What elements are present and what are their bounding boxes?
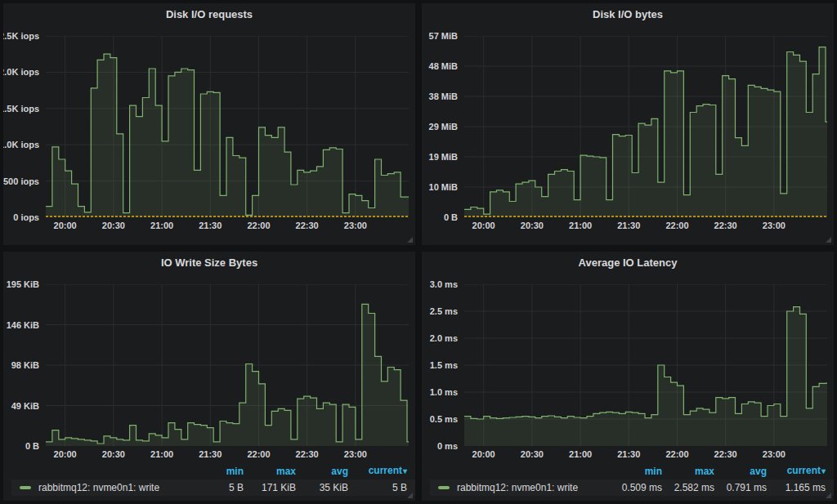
x-tick-label: 23:00 xyxy=(763,449,786,459)
y-tick-label: 98 KiB xyxy=(11,360,39,370)
resize-handle-icon[interactable] xyxy=(826,237,831,243)
x-tick-label: 22:00 xyxy=(665,221,688,230)
panel-title[interactable]: Disk I/O requests xyxy=(3,3,415,25)
chart-average-io-latency xyxy=(464,284,827,446)
chart-disk-io-requests xyxy=(46,36,409,217)
legend-sort-max[interactable]: max xyxy=(244,466,296,477)
dashboard: Disk I/O requests 2.5K iops2.0K iops1.5K… xyxy=(0,0,837,504)
resize-handle-icon[interactable] xyxy=(407,493,413,498)
plot-area[interactable]: 20:0020:3021:0021:3022:0022:3023:00 xyxy=(464,36,827,234)
legend-avg-value: 0.791 ms xyxy=(714,482,767,493)
x-tick-label: 20:30 xyxy=(102,221,125,230)
resize-handle-icon[interactable] xyxy=(407,237,413,243)
y-tick-label: 19 MiB xyxy=(429,152,458,162)
x-tick-label: 22:30 xyxy=(714,221,737,230)
x-tick-label: 22:30 xyxy=(714,449,737,459)
plot-area[interactable]: 20:0020:3021:0021:3022:0022:3023:00 xyxy=(464,284,827,463)
legend: min max avg current▾ rabbitmq12: nvme0n1… xyxy=(3,465,415,496)
legend-header-row: min max avg current▾ xyxy=(3,465,415,477)
x-tick-label: 21:30 xyxy=(617,221,640,230)
legend-sort-current[interactable]: current▾ xyxy=(767,465,826,477)
resize-handle-icon[interactable] xyxy=(826,493,831,498)
legend-header-row: min max avg current▾ xyxy=(422,465,834,477)
y-tick-label: 3.0 ms xyxy=(430,279,458,289)
x-tick-label: 21:30 xyxy=(199,449,222,459)
y-tick-label: 1.0K iops xyxy=(3,140,39,149)
legend-current-value: 1.165 ms xyxy=(767,482,826,493)
y-tick-label: 2.5K iops xyxy=(3,31,39,41)
series-area-fill xyxy=(46,54,409,217)
y-tick-label: 2.0 ms xyxy=(430,333,458,343)
x-tick-label: 20:00 xyxy=(54,221,77,230)
x-tick-label: 20:30 xyxy=(102,449,125,459)
y-tick-label: 195 KiB xyxy=(7,279,39,289)
y-tick-label: 2.5 ms xyxy=(430,306,458,316)
chart-disk-io-bytes xyxy=(464,36,827,217)
x-tick-label: 21:30 xyxy=(199,221,222,230)
y-axis: 195 KiB146 KiB98 KiB49 KiB0 B xyxy=(3,284,46,446)
legend-series-row[interactable]: rabbitmq12: nvme0n1: write 0.509 ms 2.58… xyxy=(430,479,834,496)
y-tick-label: 0.5 ms xyxy=(430,414,458,424)
legend-series-row[interactable]: rabbitmq12: nvme0n1: write 5 B 171 KiB 3… xyxy=(11,479,415,496)
x-axis: 20:0020:3021:0021:3022:0022:3023:00 xyxy=(46,220,409,234)
series-name[interactable]: rabbitmq12: nvme0n1: write xyxy=(457,482,610,493)
y-tick-label: 48 MiB xyxy=(429,61,458,71)
x-tick-label: 21:00 xyxy=(569,221,592,230)
x-tick-label: 21:30 xyxy=(617,449,640,459)
x-tick-label: 20:30 xyxy=(521,221,544,230)
legend-sort-min[interactable]: min xyxy=(610,466,662,477)
panel-title[interactable]: Average IO Latency xyxy=(422,252,834,273)
x-tick-label: 22:00 xyxy=(665,449,688,459)
legend-sort-min[interactable]: min xyxy=(191,466,244,477)
x-tick-label: 23:00 xyxy=(344,221,367,230)
x-tick-label: 21:00 xyxy=(569,449,592,459)
legend-sort-current[interactable]: current▾ xyxy=(348,465,407,477)
x-axis: 20:0020:3021:0021:3022:0022:3023:00 xyxy=(464,220,827,234)
y-tick-label: 29 MiB xyxy=(429,122,458,132)
panel-title[interactable]: IO Write Size Bytes xyxy=(3,252,415,273)
series-area-fill xyxy=(464,47,827,217)
y-tick-label: 57 MiB xyxy=(429,31,458,41)
series-name[interactable]: rabbitmq12: nvme0n1: write xyxy=(38,482,191,493)
x-axis: 20:0020:3021:0021:3022:0022:3023:00 xyxy=(464,448,827,463)
legend-min-value: 5 B xyxy=(191,482,244,493)
x-tick-label: 23:00 xyxy=(763,221,786,230)
y-tick-label: 0 ms xyxy=(437,441,458,451)
y-tick-label: 0 iops xyxy=(13,212,39,222)
y-tick-label: 49 KiB xyxy=(11,401,39,411)
panel-io-write-size-bytes: IO Write Size Bytes 195 KiB146 KiB98 KiB… xyxy=(3,252,415,501)
y-axis: 3.0 ms2.5 ms2.0 ms1.5 ms1.0 ms0.5 ms0 ms xyxy=(422,284,464,446)
x-axis: 20:0020:3021:0021:3022:0022:3023:00 xyxy=(46,448,409,463)
legend-avg-value: 35 KiB xyxy=(296,482,348,493)
legend-current-value: 5 B xyxy=(348,482,407,493)
legend-sort-current-label: current xyxy=(369,465,402,476)
x-tick-label: 21:00 xyxy=(150,449,173,459)
legend-max-value: 2.582 ms xyxy=(662,482,714,493)
legend-sort-avg[interactable]: avg xyxy=(714,466,767,477)
y-tick-label: 500 iops xyxy=(3,176,39,186)
series-area-fill xyxy=(46,304,409,446)
y-tick-label: 2.0K iops xyxy=(3,67,39,77)
y-tick-label: 38 MiB xyxy=(429,91,458,101)
y-tick-label: 0 B xyxy=(25,441,39,451)
y-tick-label: 1.5K iops xyxy=(3,104,39,114)
x-tick-label: 20:00 xyxy=(472,449,495,459)
legend-min-value: 0.509 ms xyxy=(610,482,662,493)
panel-average-io-latency: Average IO Latency 3.0 ms2.5 ms2.0 ms1.5… xyxy=(422,252,834,501)
plot-area[interactable]: 20:0020:3021:0021:3022:0022:3023:00 xyxy=(46,36,409,234)
chart-io-write-size-bytes xyxy=(46,284,409,446)
y-axis: 57 MiB48 MiB38 MiB29 MiB19 MiB10 MiB0 B xyxy=(422,36,464,217)
legend-sort-max[interactable]: max xyxy=(662,466,714,477)
legend-sort-avg[interactable]: avg xyxy=(296,466,348,477)
x-tick-label: 21:00 xyxy=(150,221,173,230)
x-tick-label: 22:30 xyxy=(296,449,319,459)
series-color-swatch xyxy=(20,486,31,489)
legend-max-value: 171 KiB xyxy=(244,482,296,493)
y-tick-label: 10 MiB xyxy=(429,182,458,192)
x-tick-label: 22:00 xyxy=(247,221,270,230)
panel-title[interactable]: Disk I/O bytes xyxy=(422,3,834,25)
x-tick-label: 22:30 xyxy=(296,221,319,230)
series-color-swatch xyxy=(438,486,450,489)
plot-area[interactable]: 20:0020:3021:0021:3022:0022:3023:00 xyxy=(46,284,409,463)
sort-caret-icon: ▾ xyxy=(821,466,826,475)
